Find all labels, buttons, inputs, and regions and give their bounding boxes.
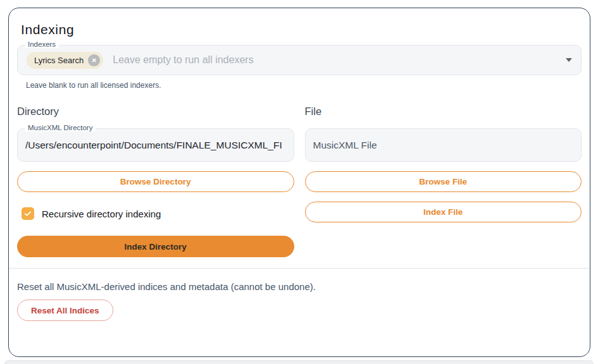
- recursive-checkbox-label[interactable]: Recursive directory indexing: [42, 209, 161, 219]
- section-divider: [9, 268, 590, 269]
- page-title: Indexing: [21, 21, 582, 37]
- indexers-placeholder: Leave empty to run all indexers: [113, 54, 253, 66]
- indexers-field-label: Indexers: [25, 40, 59, 48]
- directory-column: Directory MusicXML Directory Browse Dire…: [17, 105, 294, 257]
- checkmark-icon: [23, 209, 32, 218]
- indexers-helper-text: Leave blank to run all licensed indexers…: [26, 81, 582, 90]
- chevron-down-icon[interactable]: [566, 58, 572, 62]
- recursive-indexing-row[interactable]: Recursive directory indexing: [22, 207, 294, 220]
- index-directory-button[interactable]: Index Directory: [17, 236, 294, 257]
- browse-directory-button[interactable]: Browse Directory: [17, 171, 294, 192]
- index-columns: Directory MusicXML Directory Browse Dire…: [17, 105, 582, 257]
- browse-file-button[interactable]: Browse File: [305, 171, 582, 192]
- chip-close-icon[interactable]: ✕: [88, 54, 100, 66]
- musicxml-file-field: [305, 128, 582, 162]
- directory-heading: Directory: [17, 105, 294, 118]
- indexing-panel: Indexing Indexers Lyrics Search ✕ Leave …: [8, 8, 590, 357]
- next-panel-top-edge: [4, 360, 594, 364]
- chip-label: Lyrics Search: [34, 56, 84, 65]
- musicxml-directory-label: MusicXML Directory: [25, 124, 96, 131]
- indexer-chip-lyrics-search: Lyrics Search ✕: [27, 52, 103, 69]
- file-heading: File: [305, 105, 582, 118]
- reset-all-indices-button[interactable]: Reset All Indices: [17, 300, 113, 321]
- indexers-multiselect[interactable]: Indexers Lyrics Search ✕ Leave empty to …: [17, 45, 582, 75]
- musicxml-directory-input[interactable]: [25, 140, 286, 151]
- index-file-button[interactable]: Index File: [305, 202, 582, 222]
- musicxml-file-input[interactable]: [313, 140, 574, 151]
- file-column: File Browse File Index File: [305, 105, 582, 257]
- reset-description: Reset all MusicXML-derived indices and m…: [17, 281, 582, 292]
- recursive-checkbox[interactable]: [22, 207, 34, 220]
- musicxml-directory-field: MusicXML Directory: [17, 128, 294, 162]
